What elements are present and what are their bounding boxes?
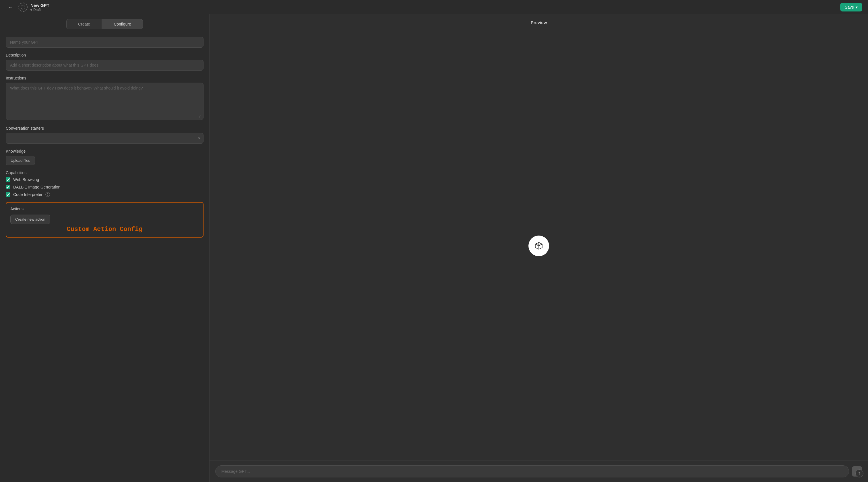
- top-bar: ← New GPT Draft Save ▾: [0, 0, 868, 14]
- dalle-label: DALL·E Image Generation: [13, 185, 60, 189]
- description-label: Description: [6, 53, 204, 57]
- gpt-name: New GPT: [30, 3, 50, 8]
- tabs: Create Configure: [0, 14, 209, 32]
- web-browsing-checkbox[interactable]: [6, 177, 10, 182]
- help-float-button[interactable]: ?: [856, 470, 863, 477]
- instructions-textarea[interactable]: [6, 83, 204, 120]
- resize-icon: ⤢: [198, 115, 201, 119]
- conversation-starters-group: Conversation starters ×: [6, 126, 204, 144]
- tab-create[interactable]: Create: [66, 19, 102, 29]
- message-input[interactable]: [215, 465, 849, 477]
- create-new-action-button[interactable]: Create new action: [10, 215, 50, 224]
- instructions-textarea-wrap: ⤢: [6, 83, 204, 121]
- starter-input[interactable]: [6, 133, 204, 144]
- gpt-info: New GPT Draft: [30, 3, 50, 12]
- left-panel: Create Configure Description Instruction…: [0, 14, 210, 482]
- preview-content: [210, 31, 868, 460]
- knowledge-group: Knowledge Upload files: [6, 149, 204, 165]
- conversation-starters-label: Conversation starters: [6, 126, 204, 131]
- instructions-field-group: Instructions ⤢: [6, 76, 204, 121]
- capabilities-label: Capabilities: [6, 170, 204, 175]
- description-field-group: Description: [6, 53, 204, 71]
- custom-action-annotation: Custom Action Config: [10, 226, 199, 233]
- actions-title: Actions: [10, 206, 199, 211]
- capability-dalle: DALL·E Image Generation: [6, 185, 204, 189]
- name-field-group: [6, 37, 204, 47]
- code-interpreter-help-icon[interactable]: ?: [45, 192, 50, 197]
- knowledge-label: Knowledge: [6, 149, 204, 154]
- back-button[interactable]: ←: [6, 3, 16, 11]
- configure-form: Description Instructions ⤢ Conversation …: [0, 32, 209, 482]
- instructions-label: Instructions: [6, 76, 204, 80]
- preview-bottom: ↑: [210, 460, 868, 482]
- code-interpreter-label: Code Interpreter: [13, 192, 42, 197]
- upload-files-button[interactable]: Upload files: [6, 156, 35, 165]
- gpt-status: Draft: [30, 8, 50, 12]
- code-interpreter-checkbox[interactable]: [6, 192, 10, 197]
- capability-web-browsing: Web Browsing: [6, 177, 204, 182]
- capabilities-group: Capabilities Web Browsing DALL·E Image G…: [6, 170, 204, 197]
- starter-input-wrap: ×: [6, 133, 204, 144]
- description-input[interactable]: [6, 60, 204, 71]
- tab-configure[interactable]: Configure: [102, 19, 143, 29]
- top-bar-left: ← New GPT Draft: [6, 3, 50, 12]
- starter-clear-button[interactable]: ×: [198, 136, 200, 140]
- gpt-name-input[interactable]: [6, 37, 204, 47]
- status-dot-icon: [30, 9, 32, 11]
- gpt-avatar: [19, 3, 28, 12]
- svg-point-0: [21, 5, 25, 9]
- dalle-checkbox[interactable]: [6, 185, 10, 189]
- right-panel: Preview: [210, 14, 868, 482]
- save-button[interactable]: Save ▾: [840, 3, 862, 11]
- actions-section: Actions Create new action Custom Action …: [6, 202, 204, 237]
- capability-code-interpreter: Code Interpreter ?: [6, 192, 204, 197]
- web-browsing-label: Web Browsing: [13, 177, 39, 182]
- main-layout: Create Configure Description Instruction…: [0, 14, 868, 482]
- preview-header: Preview: [210, 14, 868, 31]
- preview-gpt-icon: [528, 235, 549, 256]
- right-panel-wrapper: Preview: [210, 14, 868, 482]
